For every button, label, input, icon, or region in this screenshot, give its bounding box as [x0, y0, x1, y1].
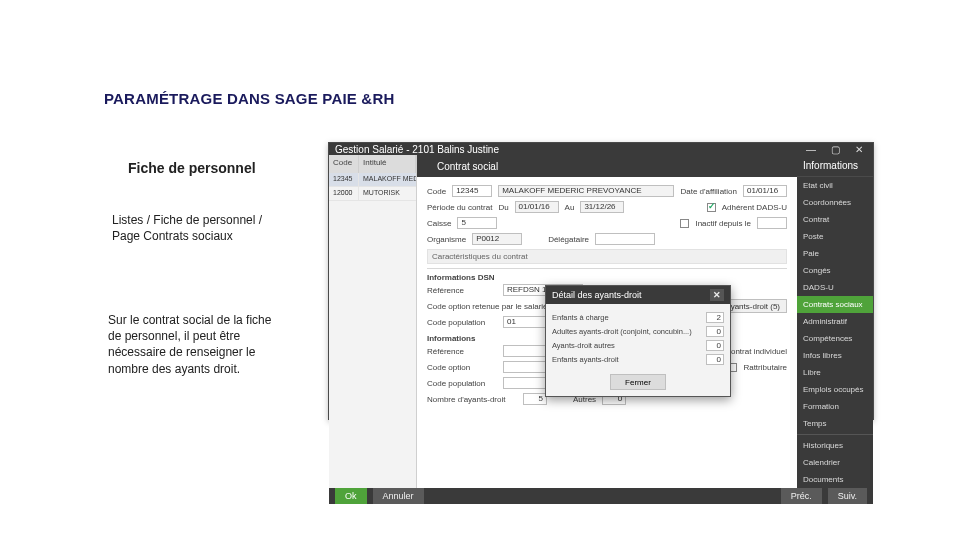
label-adherent: Adhérent DADS-U	[722, 203, 787, 212]
label-nb-ayants: Nombre d'ayants-droit	[427, 395, 517, 404]
nav-item[interactable]: Compétences	[797, 330, 873, 347]
tab-contrat-social[interactable]: Contrat social	[427, 157, 508, 176]
nav-item[interactable]: Libre	[797, 364, 873, 381]
modal-row: Enfants à charge2	[552, 310, 724, 324]
modal-row: Adultes ayants-droit (conjoint, concubin…	[552, 324, 724, 338]
label-inactif: Inactif depuis le	[695, 219, 751, 228]
modal-ayants-droit: Détail des ayants-droit ✕ Enfants à char…	[545, 285, 731, 397]
date-aff-input[interactable]: 01/01/16	[743, 185, 787, 197]
nav-item[interactable]: Paie	[797, 245, 873, 262]
quantity-input[interactable]: 0	[706, 326, 724, 337]
titlebar: Gestion Salarié - 2101 Balins Justine — …	[329, 143, 873, 155]
nav-item[interactable]: Poste	[797, 228, 873, 245]
table-row[interactable]: 12000 MUTORISK	[329, 187, 416, 201]
nav-item[interactable]: Infos libres	[797, 347, 873, 364]
label-caisse: Caisse	[427, 219, 451, 228]
nav-item[interactable]: Administratif	[797, 313, 873, 330]
cancel-button[interactable]: Annuler	[373, 488, 424, 504]
label-ref2: Référence	[427, 347, 497, 356]
au-value: 31/12/26	[580, 201, 624, 213]
label-contrat-indiv: Contrat individuel	[725, 347, 787, 356]
app-window: Gestion Salarié - 2101 Balins Justine — …	[328, 142, 874, 420]
col-intitule: Intitulé	[359, 155, 416, 173]
quantity-input[interactable]: 2	[706, 312, 724, 323]
nav-item[interactable]: Emplois occupés	[797, 381, 873, 398]
quantity-input[interactable]: 0	[706, 340, 724, 351]
code-input[interactable]: 12345	[452, 185, 492, 197]
nav-item[interactable]: Historiques	[797, 434, 873, 454]
nav-item[interactable]: DADS-U	[797, 279, 873, 296]
delegataire-input[interactable]	[595, 233, 655, 245]
nav-item[interactable]: Documents	[797, 471, 873, 488]
label-du: Du	[498, 203, 508, 212]
label-organisme: Organisme	[427, 235, 466, 244]
label-rattrib: Rattributaire	[743, 363, 787, 372]
nav-item[interactable]: Contrat	[797, 211, 873, 228]
contracts-list: Code Intitulé 12345 MALAKOFF MEDER 12000…	[329, 155, 417, 488]
adherent-checkbox[interactable]	[707, 203, 716, 212]
modal-row: Enfants ayants-droit0	[552, 352, 724, 366]
caisse-input[interactable]: 5	[457, 217, 497, 229]
label-reference: Référence	[427, 286, 497, 295]
nav-item[interactable]: Etat civil	[797, 177, 873, 194]
label-code-population: Code population	[427, 318, 497, 327]
nav-item[interactable]: Contrats sociaux	[797, 296, 873, 313]
nav-item[interactable]: Calendrier	[797, 454, 873, 471]
organisme-value: P0012	[472, 233, 522, 245]
modal-row: Ayants-droit autres0	[552, 338, 724, 352]
label-periode: Période du contrat	[427, 203, 492, 212]
footer: Ok Annuler Préc. Suiv.	[329, 488, 873, 504]
right-nav-header: Informations	[797, 155, 873, 177]
nav-item[interactable]: Coordonnées	[797, 194, 873, 211]
center-pane: Contrat social Code 12345 MALAKOFF MEDER…	[417, 155, 797, 488]
code-desc: MALAKOFF MEDERIC PREVOYANCE	[498, 185, 674, 197]
modal-close-icon[interactable]: ✕	[710, 289, 724, 301]
minimize-icon[interactable]: —	[803, 143, 819, 155]
label-date-aff: Date d'affiliation	[680, 187, 737, 196]
nav-item[interactable]: Congés	[797, 262, 873, 279]
modal-close-button[interactable]: Fermer	[610, 374, 666, 390]
next-button[interactable]: Suiv.	[828, 488, 867, 504]
page-title: PARAMÉTRAGE DANS SAGE PAIE &RH	[104, 90, 394, 107]
label-delegataire: Délégataire	[548, 235, 589, 244]
label-code-pop2: Code population	[427, 379, 497, 388]
table-row[interactable]: 12345 MALAKOFF MEDER	[329, 173, 416, 187]
modal-title: Détail des ayants-droit	[552, 290, 642, 300]
maximize-icon[interactable]: ▢	[827, 143, 843, 155]
ok-button[interactable]: Ok	[335, 488, 367, 504]
du-value: 01/01/16	[515, 201, 559, 213]
right-nav: Informations Etat civilCoordonnéesContra…	[797, 155, 873, 488]
breadcrumb: Listes / Fiche de personnel / Page Contr…	[112, 212, 292, 244]
label-code-opt2: Code option	[427, 363, 497, 372]
label-au: Au	[565, 203, 575, 212]
close-icon[interactable]: ✕	[851, 143, 867, 155]
label-code: Code	[427, 187, 446, 196]
quantity-input[interactable]: 0	[706, 354, 724, 365]
prev-button[interactable]: Préc.	[781, 488, 822, 504]
description: Sur le contrat social de la fiche de per…	[108, 312, 288, 377]
nav-item[interactable]: Temps	[797, 415, 873, 432]
nb-ayants-input[interactable]: 5	[523, 393, 547, 405]
window-title: Gestion Salarié - 2101 Balins Justine	[335, 144, 499, 155]
inactif-date-input[interactable]	[757, 217, 787, 229]
col-code: Code	[329, 155, 359, 173]
section-dsn: Informations DSN	[427, 273, 787, 282]
section-caracteristiques: Caractéristiques du contrat	[427, 249, 787, 264]
subtitle: Fiche de personnel	[128, 160, 256, 176]
inactif-checkbox[interactable]	[680, 219, 689, 228]
label-code-option: Code option retenue par le salarié	[427, 302, 557, 311]
nav-item[interactable]: Formation	[797, 398, 873, 415]
